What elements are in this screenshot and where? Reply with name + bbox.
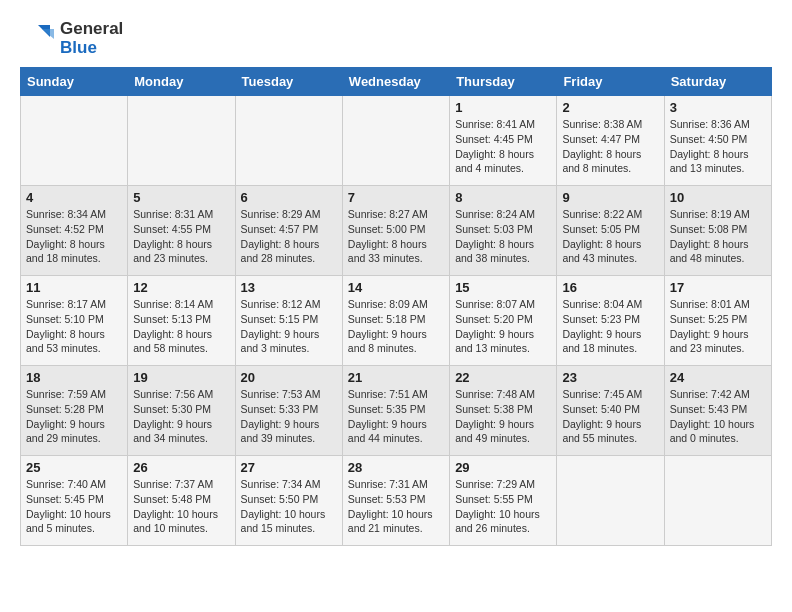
empty-day-cell — [128, 96, 235, 186]
weekday-header-tuesday: Tuesday — [235, 68, 342, 96]
calendar-day-cell: 11Sunrise: 8:17 AM Sunset: 5:10 PM Dayli… — [21, 276, 128, 366]
calendar-day-cell: 27Sunrise: 7:34 AM Sunset: 5:50 PM Dayli… — [235, 456, 342, 546]
calendar-day-cell: 26Sunrise: 7:37 AM Sunset: 5:48 PM Dayli… — [128, 456, 235, 546]
calendar-day-cell: 7Sunrise: 8:27 AM Sunset: 5:00 PM Daylig… — [342, 186, 449, 276]
calendar-week-row: 25Sunrise: 7:40 AM Sunset: 5:45 PM Dayli… — [21, 456, 772, 546]
calendar-day-cell: 18Sunrise: 7:59 AM Sunset: 5:28 PM Dayli… — [21, 366, 128, 456]
calendar-day-cell: 19Sunrise: 7:56 AM Sunset: 5:30 PM Dayli… — [128, 366, 235, 456]
day-number: 19 — [133, 370, 229, 385]
day-info: Sunrise: 7:40 AM Sunset: 5:45 PM Dayligh… — [26, 477, 122, 536]
weekday-header-saturday: Saturday — [664, 68, 771, 96]
day-number: 15 — [455, 280, 551, 295]
day-number: 16 — [562, 280, 658, 295]
calendar-week-row: 4Sunrise: 8:34 AM Sunset: 4:52 PM Daylig… — [21, 186, 772, 276]
weekday-header-monday: Monday — [128, 68, 235, 96]
day-info: Sunrise: 7:37 AM Sunset: 5:48 PM Dayligh… — [133, 477, 229, 536]
calendar-day-cell: 4Sunrise: 8:34 AM Sunset: 4:52 PM Daylig… — [21, 186, 128, 276]
calendar-week-row: 11Sunrise: 8:17 AM Sunset: 5:10 PM Dayli… — [21, 276, 772, 366]
day-info: Sunrise: 8:22 AM Sunset: 5:05 PM Dayligh… — [562, 207, 658, 266]
calendar-day-cell: 29Sunrise: 7:29 AM Sunset: 5:55 PM Dayli… — [450, 456, 557, 546]
day-info: Sunrise: 8:38 AM Sunset: 4:47 PM Dayligh… — [562, 117, 658, 176]
weekday-header-wednesday: Wednesday — [342, 68, 449, 96]
day-info: Sunrise: 8:34 AM Sunset: 4:52 PM Dayligh… — [26, 207, 122, 266]
day-number: 2 — [562, 100, 658, 115]
day-number: 23 — [562, 370, 658, 385]
day-number: 22 — [455, 370, 551, 385]
day-number: 9 — [562, 190, 658, 205]
calendar-day-cell: 22Sunrise: 7:48 AM Sunset: 5:38 PM Dayli… — [450, 366, 557, 456]
day-info: Sunrise: 8:24 AM Sunset: 5:03 PM Dayligh… — [455, 207, 551, 266]
day-info: Sunrise: 7:31 AM Sunset: 5:53 PM Dayligh… — [348, 477, 444, 536]
day-info: Sunrise: 8:41 AM Sunset: 4:45 PM Dayligh… — [455, 117, 551, 176]
day-info: Sunrise: 7:59 AM Sunset: 5:28 PM Dayligh… — [26, 387, 122, 446]
calendar-day-cell: 12Sunrise: 8:14 AM Sunset: 5:13 PM Dayli… — [128, 276, 235, 366]
day-number: 20 — [241, 370, 337, 385]
calendar-day-cell: 16Sunrise: 8:04 AM Sunset: 5:23 PM Dayli… — [557, 276, 664, 366]
day-info: Sunrise: 8:14 AM Sunset: 5:13 PM Dayligh… — [133, 297, 229, 356]
calendar-day-cell: 5Sunrise: 8:31 AM Sunset: 4:55 PM Daylig… — [128, 186, 235, 276]
day-number: 25 — [26, 460, 122, 475]
day-info: Sunrise: 8:07 AM Sunset: 5:20 PM Dayligh… — [455, 297, 551, 356]
day-info: Sunrise: 7:56 AM Sunset: 5:30 PM Dayligh… — [133, 387, 229, 446]
calendar-day-cell: 14Sunrise: 8:09 AM Sunset: 5:18 PM Dayli… — [342, 276, 449, 366]
weekday-header-sunday: Sunday — [21, 68, 128, 96]
day-info: Sunrise: 7:48 AM Sunset: 5:38 PM Dayligh… — [455, 387, 551, 446]
day-info: Sunrise: 7:29 AM Sunset: 5:55 PM Dayligh… — [455, 477, 551, 536]
day-number: 14 — [348, 280, 444, 295]
day-info: Sunrise: 8:31 AM Sunset: 4:55 PM Dayligh… — [133, 207, 229, 266]
calendar-day-cell: 28Sunrise: 7:31 AM Sunset: 5:53 PM Dayli… — [342, 456, 449, 546]
day-info: Sunrise: 8:01 AM Sunset: 5:25 PM Dayligh… — [670, 297, 766, 356]
day-number: 4 — [26, 190, 122, 205]
calendar-day-cell: 10Sunrise: 8:19 AM Sunset: 5:08 PM Dayli… — [664, 186, 771, 276]
calendar-day-cell: 25Sunrise: 7:40 AM Sunset: 5:45 PM Dayli… — [21, 456, 128, 546]
calendar-day-cell: 17Sunrise: 8:01 AM Sunset: 5:25 PM Dayli… — [664, 276, 771, 366]
day-number: 6 — [241, 190, 337, 205]
day-info: Sunrise: 7:53 AM Sunset: 5:33 PM Dayligh… — [241, 387, 337, 446]
weekday-header-row: SundayMondayTuesdayWednesdayThursdayFrid… — [21, 68, 772, 96]
empty-day-cell — [557, 456, 664, 546]
day-number: 1 — [455, 100, 551, 115]
empty-day-cell — [664, 456, 771, 546]
calendar-week-row: 1Sunrise: 8:41 AM Sunset: 4:45 PM Daylig… — [21, 96, 772, 186]
calendar-week-row: 18Sunrise: 7:59 AM Sunset: 5:28 PM Dayli… — [21, 366, 772, 456]
calendar-day-cell: 6Sunrise: 8:29 AM Sunset: 4:57 PM Daylig… — [235, 186, 342, 276]
day-number: 28 — [348, 460, 444, 475]
day-info: Sunrise: 8:27 AM Sunset: 5:00 PM Dayligh… — [348, 207, 444, 266]
day-info: Sunrise: 8:29 AM Sunset: 4:57 PM Dayligh… — [241, 207, 337, 266]
day-info: Sunrise: 7:45 AM Sunset: 5:40 PM Dayligh… — [562, 387, 658, 446]
empty-day-cell — [342, 96, 449, 186]
day-info: Sunrise: 8:17 AM Sunset: 5:10 PM Dayligh… — [26, 297, 122, 356]
calendar-day-cell: 8Sunrise: 8:24 AM Sunset: 5:03 PM Daylig… — [450, 186, 557, 276]
day-info: Sunrise: 8:09 AM Sunset: 5:18 PM Dayligh… — [348, 297, 444, 356]
day-number: 7 — [348, 190, 444, 205]
day-number: 18 — [26, 370, 122, 385]
day-number: 11 — [26, 280, 122, 295]
calendar-day-cell: 24Sunrise: 7:42 AM Sunset: 5:43 PM Dayli… — [664, 366, 771, 456]
day-number: 3 — [670, 100, 766, 115]
empty-day-cell — [235, 96, 342, 186]
calendar-day-cell: 1Sunrise: 8:41 AM Sunset: 4:45 PM Daylig… — [450, 96, 557, 186]
day-number: 8 — [455, 190, 551, 205]
weekday-header-friday: Friday — [557, 68, 664, 96]
calendar-day-cell: 15Sunrise: 8:07 AM Sunset: 5:20 PM Dayli… — [450, 276, 557, 366]
day-number: 13 — [241, 280, 337, 295]
day-info: Sunrise: 8:12 AM Sunset: 5:15 PM Dayligh… — [241, 297, 337, 356]
logo-text: General Blue — [60, 20, 123, 57]
calendar-day-cell: 13Sunrise: 8:12 AM Sunset: 5:15 PM Dayli… — [235, 276, 342, 366]
logo-bird-icon — [20, 21, 56, 57]
day-number: 12 — [133, 280, 229, 295]
day-info: Sunrise: 7:51 AM Sunset: 5:35 PM Dayligh… — [348, 387, 444, 446]
day-number: 17 — [670, 280, 766, 295]
day-number: 5 — [133, 190, 229, 205]
day-number: 24 — [670, 370, 766, 385]
logo: General Blue — [20, 20, 123, 57]
calendar-day-cell: 2Sunrise: 8:38 AM Sunset: 4:47 PM Daylig… — [557, 96, 664, 186]
day-info: Sunrise: 8:36 AM Sunset: 4:50 PM Dayligh… — [670, 117, 766, 176]
empty-day-cell — [21, 96, 128, 186]
calendar-day-cell: 21Sunrise: 7:51 AM Sunset: 5:35 PM Dayli… — [342, 366, 449, 456]
day-info: Sunrise: 8:04 AM Sunset: 5:23 PM Dayligh… — [562, 297, 658, 356]
day-info: Sunrise: 8:19 AM Sunset: 5:08 PM Dayligh… — [670, 207, 766, 266]
day-info: Sunrise: 7:42 AM Sunset: 5:43 PM Dayligh… — [670, 387, 766, 446]
day-number: 10 — [670, 190, 766, 205]
calendar-day-cell: 23Sunrise: 7:45 AM Sunset: 5:40 PM Dayli… — [557, 366, 664, 456]
